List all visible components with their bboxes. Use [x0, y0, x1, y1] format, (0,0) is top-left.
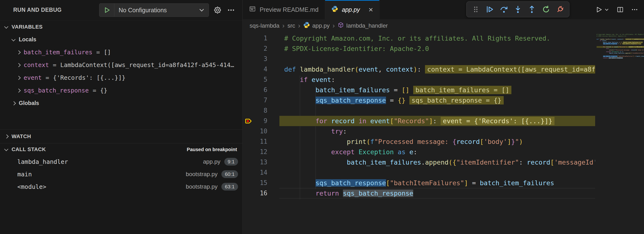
- breakpoint-margin[interactable]: [243, 157, 255, 167]
- variable-row[interactable]: sqs_batch_response={}: [0, 84, 242, 97]
- breadcrumb-item-app-py[interactable]: app.py: [303, 22, 330, 30]
- code-line-content: sqs_batch_response = {}sqs_batch_respons…: [280, 95, 595, 106]
- stack-frame-row[interactable]: mainbootstrap.py60:1: [0, 168, 242, 180]
- variable-row[interactable]: context=LambdaContext([aws_request_id=a8…: [0, 59, 242, 71]
- code-token: context: [386, 66, 414, 73]
- code-line-content: # Copyright Amazon.com, Inc. or its affi…: [280, 33, 595, 43]
- continue-button[interactable]: [484, 3, 495, 15]
- code-line[interactable]: 1# Copyright Amazon.com, Inc. or its aff…: [243, 33, 644, 43]
- breakpoint-margin[interactable]: [243, 75, 255, 85]
- inline-debug-value: batch_item_failures = []: [413, 86, 512, 94]
- debug-config-dropdown[interactable]: No Configurations: [99, 3, 209, 17]
- tab-preview-readme-md[interactable]: Preview README.md: [243, 0, 325, 19]
- variables-title: VARIABLES: [12, 24, 42, 30]
- chevron-right-icon: [16, 63, 21, 67]
- breakpoint-margin[interactable]: [243, 188, 255, 198]
- run-button[interactable]: [593, 3, 612, 16]
- breakpoint-paused-icon[interactable]: [243, 116, 255, 126]
- code-line-content: sqs_batch_response["batchItemFailures"] …: [280, 178, 595, 188]
- tab-app-py[interactable]: app.py×: [325, 0, 380, 19]
- disconnect-button[interactable]: [555, 3, 565, 15]
- variable-row[interactable]: batch_item_failures=[]: [0, 46, 242, 59]
- breakpoint-margin[interactable]: [243, 33, 255, 43]
- code-line[interactable]: 5 if event:: [243, 75, 644, 85]
- step-over-button[interactable]: [499, 3, 509, 15]
- breadcrumb-label: app.py: [312, 22, 330, 29]
- code-line[interactable]: 14: [243, 167, 644, 178]
- gear-icon[interactable]: [212, 5, 223, 15]
- breakpoint-margin[interactable]: [243, 126, 255, 136]
- minimap[interactable]: # Copyright Amazon.com, Inc. or its affi…: [595, 32, 644, 234]
- debug-toolbar[interactable]: [466, 1, 570, 17]
- call-stack-section-header[interactable]: CALL STACK Paused on breakpoint: [0, 143, 242, 155]
- code-token: f: [370, 138, 374, 145]
- minimap-token: def: [596, 38, 599, 40]
- code-token: [308, 76, 312, 83]
- stack-frame-row[interactable]: lambda_handlerapp.py9:1: [0, 155, 242, 168]
- breakpoint-margin[interactable]: [243, 54, 255, 64]
- python-icon: [303, 22, 310, 30]
- restart-button[interactable]: [541, 3, 551, 15]
- split-editor-button[interactable]: [614, 3, 626, 16]
- code-line[interactable]: 12 except Exception as e:: [243, 147, 644, 157]
- breakpoint-margin[interactable]: [243, 136, 255, 147]
- variable-name: batch_item_failures: [24, 49, 92, 56]
- inline-debug-value: event = {'Records': [{...}]}: [441, 117, 554, 125]
- code-line[interactable]: 6 batch_item_failures = []batch_item_fai…: [243, 85, 644, 95]
- code-line[interactable]: 7 sqs_batch_response = {}sqs_batch_respo…: [243, 95, 644, 106]
- code-line[interactable]: 4def lambda_handler(event, context):cont…: [243, 64, 644, 75]
- code-line[interactable]: 15 sqs_batch_response["batchItemFailures…: [243, 178, 644, 188]
- inline-debug-value: context = LambdaContext([aws_request_id=…: [425, 65, 595, 74]
- variable-value: LambdaContext([aws_request_id=a8fa412f-a…: [60, 62, 234, 68]
- step-into-button[interactable]: [512, 3, 523, 15]
- breakpoint-margin[interactable]: [243, 43, 255, 54]
- close-icon[interactable]: ×: [369, 6, 373, 13]
- breakpoint-margin[interactable]: [243, 147, 255, 157]
- code-token: =: [390, 86, 402, 94]
- breakpoint-margin[interactable]: [243, 85, 255, 95]
- code-line[interactable]: 10 try:: [243, 126, 644, 136]
- stack-frame-row[interactable]: <module>bootstrap.py63:1: [0, 180, 242, 193]
- breakpoint-margin[interactable]: [243, 95, 255, 106]
- drag-handle[interactable]: [470, 3, 481, 15]
- code-line[interactable]: 3: [243, 54, 644, 64]
- step-out-button[interactable]: [526, 3, 537, 15]
- breakpoint-margin[interactable]: [243, 64, 255, 75]
- breadcrumb-item-src[interactable]: src: [287, 22, 295, 29]
- more-actions-button[interactable]: [628, 3, 641, 16]
- scope-locals[interactable]: Locals: [0, 33, 242, 46]
- breakpoint-margin[interactable]: [243, 178, 255, 188]
- line-number: 6: [255, 85, 267, 95]
- scope-globals[interactable]: Globals: [0, 97, 242, 110]
- code-editor[interactable]: 1# Copyright Amazon.com, Inc. or its aff…: [243, 32, 644, 234]
- code-line[interactable]: 16 return sqs_batch_response: [243, 188, 644, 198]
- code-token: ]: [464, 179, 468, 187]
- breadcrumb-item-lambda-handler[interactable]: lambda_handler: [338, 22, 388, 29]
- chevron-right-icon: [16, 50, 21, 54]
- code-token: :: [433, 117, 437, 125]
- code-line[interactable]: 9 for record in event["Records"]:event =…: [243, 116, 644, 126]
- variable-row[interactable]: event={'Records': [{...}]}: [0, 71, 242, 84]
- code-token: ,: [378, 66, 386, 73]
- variables-section-header[interactable]: VARIABLES: [0, 21, 242, 33]
- code-line[interactable]: 13 batch_item_failures.append({"itemIden…: [243, 157, 644, 167]
- more-actions-icon[interactable]: [226, 5, 236, 15]
- breakpoint-margin[interactable]: [243, 106, 255, 116]
- minimap-line: sqs_batch_response = {}sqs_batch_respons…: [596, 43, 644, 45]
- start-debugging-icon[interactable]: [100, 3, 114, 16]
- tab-label: Preview README.md: [260, 6, 319, 13]
- breakpoint-margin[interactable]: [243, 167, 255, 178]
- code-token: [284, 148, 331, 156]
- code-line[interactable]: 8: [243, 106, 644, 116]
- line-number: 1: [255, 33, 267, 43]
- line-number: 2: [255, 43, 267, 54]
- variable-value: {}: [100, 87, 107, 94]
- breadcrumb-item-sqs-lambda[interactable]: sqs-lambda: [250, 22, 280, 29]
- code-line[interactable]: 2# SPDX-License-Identifier: Apache-2.0: [243, 43, 644, 54]
- line-number: 12: [255, 147, 267, 157]
- code-line[interactable]: 11 print(f"Processed message: {record['b…: [243, 136, 644, 147]
- minimap-inline-value: context = LambdaContext([aws_request_id=…: [625, 38, 644, 40]
- code-token: [366, 117, 370, 125]
- editor-header-actions: [593, 0, 641, 19]
- watch-section-header[interactable]: WATCH: [0, 129, 242, 143]
